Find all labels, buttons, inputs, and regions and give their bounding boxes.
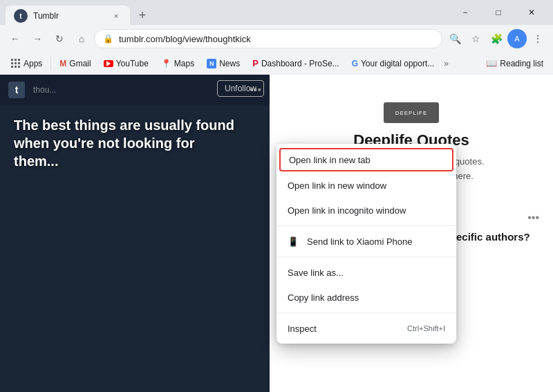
bookmarks-bar: Apps M Gmail YouTube 📍 Maps N News P Das… (0, 53, 553, 75)
google-icon: G (352, 59, 358, 68)
context-menu-open-new-tab-label: Open link in new tab (289, 155, 371, 165)
phone-icon: 📱 (288, 236, 299, 247)
title-bar: t Tumblr × + − □ ✕ (0, 0, 553, 25)
profile-avatar[interactable]: A (507, 29, 527, 48)
maps-icon: 📍 (161, 59, 171, 68)
new-tab-button[interactable]: + (133, 6, 152, 25)
context-menu-send-to-phone-label: Send link to Xiaomi Phone (307, 236, 412, 247)
context-menu-send-to-phone[interactable]: 📱 Send link to Xiaomi Phone (276, 229, 456, 254)
chrome-menu-icon[interactable]: ⋮ (528, 29, 547, 48)
tab-close-button[interactable]: × (111, 10, 122, 21)
home-button[interactable]: ⌂ (72, 29, 91, 48)
back-button[interactable]: ← (6, 29, 25, 48)
address-bar[interactable]: 🔒 tumblr.com/blog/view/thoughtkick (94, 29, 442, 48)
context-menu-inspect-label: Inspect (288, 324, 317, 334)
tumblr-sidebar: t thou... ••• The best things are usuall… (0, 75, 270, 392)
gmail-icon: M (59, 59, 66, 68)
tab-area: t Tumblr × + (6, 0, 447, 25)
context-menu: Open link in new tab Open link in new wi… (276, 144, 456, 344)
tab-title: Tumblr (33, 11, 105, 21)
bookmark-news[interactable]: N News (201, 55, 245, 72)
refresh-button[interactable]: ↻ (50, 29, 69, 48)
context-menu-open-new-window[interactable]: Open link in new window (276, 173, 456, 198)
context-menu-divider-1 (276, 225, 456, 226)
context-menu-inspect-shortcut: Ctrl+Shift+I (407, 324, 445, 333)
bookmark-gmail-label: Gmail (69, 59, 91, 68)
context-menu-save-link[interactable]: Save link as... (276, 260, 456, 285)
news-icon: N (207, 59, 216, 68)
bookmark-dashboard-label: Dashboard - ProSe... (261, 59, 339, 68)
lock-icon: 🔒 (103, 34, 113, 44)
bookmark-apps[interactable]: Apps (6, 55, 48, 72)
maximize-button[interactable]: □ (482, 1, 514, 24)
youtube-icon (104, 60, 113, 67)
extensions-icon[interactable]: 🧩 (487, 29, 506, 48)
bookmark-dashboard[interactable]: P Dashboard - ProSe... (247, 55, 344, 72)
context-menu-open-new-window-label: Open link in new window (288, 180, 386, 191)
bookmark-star-icon[interactable]: ☆ (466, 29, 485, 48)
minimize-button[interactable]: − (449, 1, 481, 24)
browser-frame: t Tumblr × + − □ ✕ ← → ↻ ⌂ 🔒 tumblr.com/… (0, 0, 553, 392)
url-text: tumblr.com/blog/view/thoughtkick (119, 34, 433, 44)
tab-favicon: t (14, 9, 28, 23)
close-button[interactable]: ✕ (516, 1, 547, 24)
reading-list-label: Reading list (500, 59, 543, 68)
context-menu-open-new-tab[interactable]: Open link in new tab (279, 148, 453, 171)
apps-grid-icon (11, 59, 21, 68)
nav-bar: ← → ↻ ⌂ 🔒 tumblr.com/blog/view/thoughtki… (0, 25, 553, 53)
active-tab[interactable]: t Tumblr × (6, 6, 130, 26)
context-menu-copy-link-label: Copy link address (288, 292, 359, 303)
page-content: t thou... ••• The best things are usuall… (0, 75, 553, 392)
bookmark-gmail[interactable]: M Gmail (54, 55, 96, 72)
context-menu-copy-link[interactable]: Copy link address (276, 285, 456, 310)
bookmark-youtube-label: YouTube (116, 59, 149, 68)
window-controls: − □ ✕ (449, 1, 547, 24)
deeplife-logo: DEEPLIFE (384, 102, 439, 123)
bookmark-google[interactable]: G Your digital opport... (346, 55, 440, 72)
reading-list-button[interactable]: 📖 Reading list (482, 55, 547, 72)
bookmark-google-label: Your digital opport... (361, 59, 434, 68)
bookmarks-divider (50, 57, 51, 71)
context-menu-divider-2 (276, 256, 456, 257)
bookmark-apps-label: Apps (24, 59, 42, 68)
context-menu-divider-3 (276, 312, 456, 313)
context-menu-open-incognito-label: Open link in incognito window (288, 205, 406, 216)
nav-actions: 🔍 ☆ 🧩 A ⋮ (445, 29, 547, 48)
tumblr-logo: t (8, 82, 25, 98)
tumblr-blog-name: thou... (33, 85, 56, 95)
bookmarks-more-button[interactable]: » (441, 59, 451, 68)
pinterest-icon: P (252, 58, 259, 68)
bookmark-news-label: News (219, 59, 240, 68)
context-menu-inspect[interactable]: Inspect Ctrl+Shift+I (276, 316, 456, 341)
unfollow-button[interactable]: Unfollow (217, 80, 264, 97)
search-icon[interactable]: 🔍 (445, 29, 465, 48)
tumblr-post-text: The best things are usually found when y… (14, 116, 242, 170)
context-menu-open-incognito[interactable]: Open link in incognito window (276, 198, 456, 223)
context-menu-save-link-label: Save link as... (288, 268, 344, 278)
bookmark-maps[interactable]: 📍 Maps (156, 55, 200, 72)
bookmark-youtube[interactable]: YouTube (98, 55, 154, 72)
bookmark-maps-label: Maps (174, 59, 194, 68)
forward-button[interactable]: → (28, 29, 47, 48)
reading-list-icon: 📖 (486, 58, 497, 68)
